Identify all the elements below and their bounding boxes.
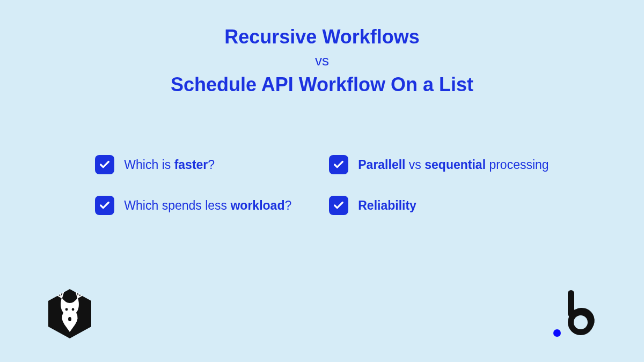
bullet-columns: Which is faster? Which spends less workl…: [0, 155, 644, 215]
heading-line1: Recursive Workflows: [0, 26, 644, 48]
list-item: Parallell vs sequential processing: [329, 155, 548, 174]
check-icon: [95, 196, 114, 215]
left-column: Which is faster? Which spends less workl…: [95, 155, 291, 215]
heading-vs: vs: [0, 53, 644, 69]
bubble-logo-icon: [547, 287, 601, 341]
check-icon: [329, 196, 348, 215]
right-column: Parallell vs sequential processing Relia…: [329, 155, 548, 215]
svg-point-4: [553, 329, 561, 337]
item-text: Which is faster?: [124, 158, 215, 172]
list-item: Which is faster?: [95, 155, 291, 174]
svg-point-7: [574, 315, 588, 329]
check-icon: [329, 155, 348, 174]
item-text: Which spends less workload?: [124, 198, 291, 213]
svg-point-1: [65, 308, 68, 311]
item-text: Parallell vs sequential processing: [358, 158, 548, 172]
deer-logo-icon: [43, 287, 97, 341]
item-text: Reliability: [358, 198, 416, 213]
svg-point-3: [68, 317, 71, 321]
list-item: Reliability: [329, 196, 548, 215]
heading-line2: Schedule API Workflow On a List: [0, 73, 644, 96]
svg-point-2: [72, 308, 75, 311]
check-icon: [95, 155, 114, 174]
list-item: Which spends less workload?: [95, 196, 291, 215]
heading-block: Recursive Workflows vs Schedule API Work…: [0, 0, 644, 96]
